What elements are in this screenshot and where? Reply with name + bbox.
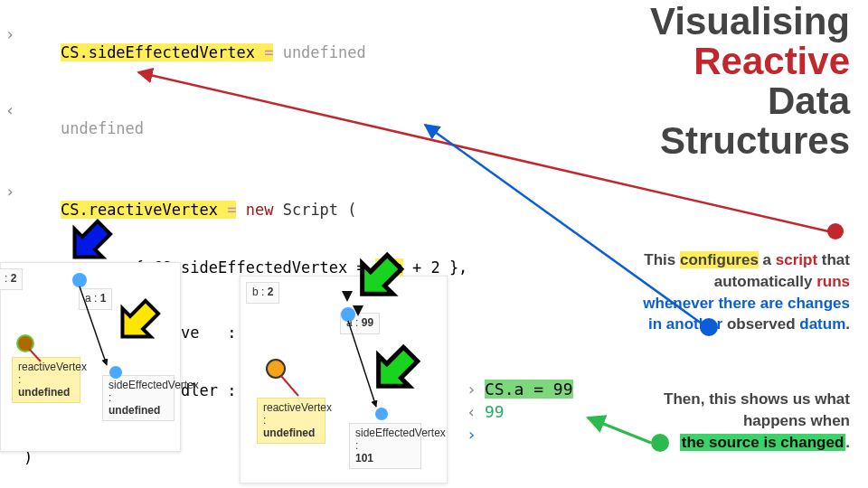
code-line: ›: [461, 423, 617, 427]
graph-label-a: a : 1: [79, 288, 112, 310]
graph-label-b: b : 2: [246, 282, 279, 304]
graph-before: : 2 a : 1 reactiveVertex :undefined side…: [0, 262, 181, 452]
code-console-small: › CS.a = 99 ‹ 99 ›: [461, 378, 617, 427]
graph-label-reactive: reactiveVertex :undefined: [257, 398, 326, 444]
caption-configure: This configures a script that automatica…: [642, 249, 850, 335]
prompt-out-icon: ‹: [5, 101, 14, 119]
title-line-2: Reactive: [650, 42, 850, 81]
slide-title: Visualising Reactive Data Structures: [650, 2, 850, 161]
graph-after: b : 2 a : 99 reactiveVertex :undefined s…: [240, 276, 448, 483]
graph-label-b: : 2: [0, 268, 23, 290]
code-line: ‹ undefined: [0, 81, 615, 157]
title-line-3: Data: [650, 81, 850, 121]
code-line: › CS.reactiveVertex = new Script (: [0, 163, 615, 239]
slide: Visualising Reactive Data Structures › C…: [0, 0, 868, 488]
code-line: ‹ 99: [461, 400, 617, 423]
code-line: › CS.sideEffectedVertex = undefined: [0, 5, 615, 81]
graph-label-reactive: reactiveVertex :undefined: [12, 357, 80, 403]
prompt-out-icon: ‹: [467, 402, 476, 421]
legend-dot-red: [827, 223, 844, 239]
code-line: › CS.a = 99: [461, 378, 617, 400]
prompt-in-icon: ›: [5, 25, 14, 43]
graph-label-a: a : 99: [340, 313, 380, 334]
prompt-in-icon: ›: [467, 380, 476, 399]
graph-label-side: sideEffectedVertex :101: [349, 423, 421, 469]
title-line-4: Structures: [650, 121, 850, 161]
prompt-in-icon: ›: [467, 425, 476, 444]
title-line-1: Visualising: [650, 2, 850, 42]
caption-change: Then, this shows us what happens when th…: [633, 389, 850, 453]
graph-label-side: sideEffectedVertex :undefined: [102, 375, 175, 421]
prompt-in-icon: ›: [5, 183, 14, 201]
